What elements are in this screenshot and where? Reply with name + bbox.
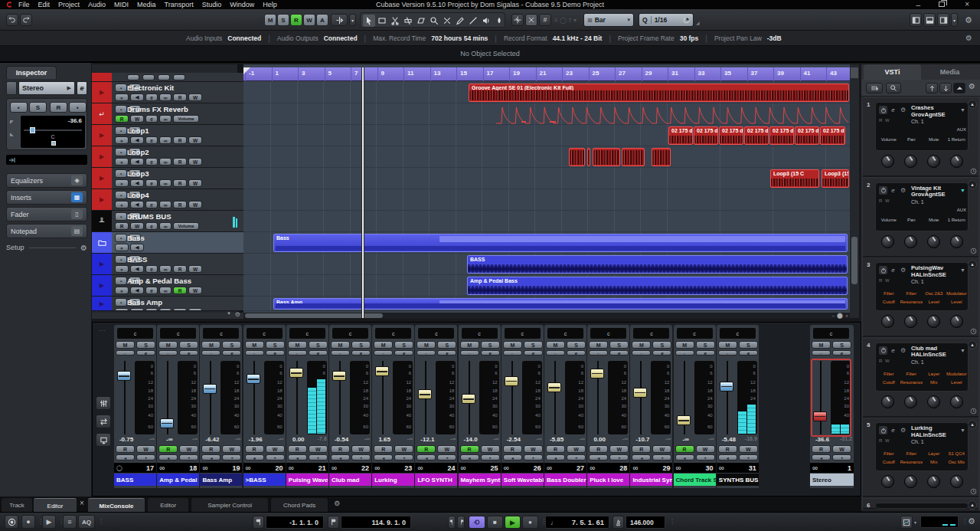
track-mute-button[interactable]: ▪ bbox=[115, 234, 127, 242]
clip-amp-pedal-bass[interactable]: Amp & Pedal Bass bbox=[467, 277, 848, 295]
clip-audio-part[interactable] bbox=[652, 148, 671, 166]
track-button[interactable] bbox=[127, 74, 139, 80]
track-button[interactable] bbox=[173, 74, 185, 80]
channel-write-button[interactable]: W bbox=[266, 445, 285, 453]
track-record-button[interactable]: ● bbox=[115, 158, 129, 166]
channel-monitor-button[interactable]: ◂ bbox=[546, 454, 565, 461]
volume-down-icon[interactable]: ◣ bbox=[10, 131, 14, 136]
channel-edit-button[interactable]: e bbox=[524, 350, 543, 356]
channel-write-button[interactable]: W bbox=[832, 445, 851, 453]
layout-zone-left-button[interactable] bbox=[910, 13, 922, 27]
channel-listen-button[interactable]: ⌐ bbox=[158, 350, 178, 356]
channel-listen-button[interactable]: ⌐ bbox=[718, 350, 737, 356]
channel-record-button[interactable]: ● bbox=[394, 454, 413, 461]
grid-type-button[interactable]: # bbox=[539, 14, 551, 26]
instrument-power-button[interactable] bbox=[879, 266, 887, 274]
channel-monitor-button[interactable]: ◂ bbox=[158, 454, 178, 461]
track-row-drums-bus[interactable]: ╨▪SRWe∞VolumeDRUMS BUS bbox=[92, 211, 243, 232]
track-e-button[interactable]: e bbox=[145, 115, 158, 123]
vertical-scrollbar[interactable] bbox=[850, 64, 859, 318]
clip-audio-part[interactable] bbox=[569, 148, 585, 166]
channel-mute-button[interactable]: M bbox=[158, 341, 178, 349]
channel-select-dropdown[interactable]: Stereo ▶ bbox=[18, 81, 75, 95]
automation-m-button[interactable]: M bbox=[264, 14, 276, 26]
vsti-slot-2[interactable]: 2▲e⚙Vintage KitGrovAgntSECh. 1▼R WAUXVol… bbox=[863, 179, 978, 257]
channel-listen-button[interactable]: ⌐ bbox=[201, 350, 220, 356]
quick-control-knob[interactable] bbox=[927, 475, 940, 488]
quantize-dropdown[interactable]: Q1/16 bbox=[639, 13, 694, 27]
track-row-partial[interactable] bbox=[92, 73, 243, 82]
track-mute-button[interactable]: ▪ bbox=[115, 255, 127, 264]
channel-name[interactable]: Pulsing Wave bbox=[286, 474, 328, 486]
channel-solo-button[interactable]: S bbox=[832, 341, 851, 349]
channel-edit-button[interactable]: e bbox=[652, 350, 671, 356]
channel-solo-button[interactable]: S bbox=[609, 341, 629, 349]
channel-read-button[interactable]: R bbox=[331, 445, 350, 453]
channel-solo-button[interactable]: S bbox=[481, 341, 500, 349]
close-zone-icon[interactable]: × bbox=[78, 499, 86, 510]
track-w-button[interactable]: W bbox=[130, 222, 144, 230]
track-mute-button[interactable]: ▪ bbox=[115, 298, 127, 306]
channel-name[interactable]: >BASS bbox=[243, 474, 286, 486]
pan-control[interactable]: c bbox=[247, 328, 283, 339]
track-r-button[interactable]: R bbox=[173, 201, 187, 208]
track-w-button[interactable]: W bbox=[188, 265, 202, 273]
fader-handle[interactable] bbox=[247, 374, 260, 384]
clip-bass-amp[interactable]: Bass Amp bbox=[273, 298, 848, 310]
channel-read-button[interactable]: R bbox=[675, 445, 694, 453]
track-ins-button[interactable]: ∞ bbox=[159, 201, 172, 208]
track-row-bass[interactable]: ▶▪S●◀e∞RWBASS bbox=[92, 254, 243, 275]
instrument-edit-button[interactable]: e bbox=[889, 346, 897, 355]
fader-handle[interactable] bbox=[590, 369, 604, 379]
channel-name[interactable]: SYNTHS BUS bbox=[717, 474, 759, 486]
channel-monitor-button[interactable]: ◂ bbox=[503, 454, 522, 461]
channel-mute-button[interactable]: M bbox=[589, 341, 608, 349]
track-row-loop3[interactable]: ▶▪S●◀e∞RWLoop3 bbox=[92, 168, 243, 189]
redo-button[interactable] bbox=[20, 14, 32, 26]
slot-collapse-button[interactable]: ▲ bbox=[968, 340, 977, 349]
mixer-channel-21[interactable]: cMS⌐e061218243040600.00-7.6RW◂●∞21Pulsin… bbox=[286, 325, 328, 488]
channel-listen-button[interactable]: ⌐ bbox=[288, 350, 307, 356]
lower-zone-tab-editor[interactable]: Editor bbox=[148, 498, 188, 512]
channel-solo-button[interactable]: S bbox=[696, 341, 715, 349]
lower-zone-tab-mixconsole[interactable]: MixConsole bbox=[88, 498, 145, 513]
channel-edit-button[interactable]: e bbox=[609, 350, 629, 356]
color-tool[interactable] bbox=[493, 15, 505, 27]
snap-on-off-button[interactable] bbox=[525, 14, 537, 26]
channel-write-button[interactable]: W bbox=[524, 445, 543, 453]
channel-name[interactable]: Amp & Pedal | bbox=[157, 474, 199, 486]
track-record-button[interactable]: ● bbox=[115, 136, 129, 144]
mixer-mixer-routing-button[interactable] bbox=[96, 415, 111, 428]
track-button[interactable] bbox=[158, 74, 170, 80]
channel-record-button[interactable]: ● bbox=[609, 454, 629, 461]
track-mute-button[interactable]: ▪ bbox=[115, 126, 127, 135]
channel-listen-button[interactable]: ⌐ bbox=[503, 350, 522, 356]
find-instrument-button[interactable] bbox=[886, 83, 901, 93]
horizontal-scrollbar[interactable]: −⬤+ bbox=[243, 313, 850, 319]
channel-record-button[interactable]: ● bbox=[832, 454, 851, 461]
track-r-button[interactable]: R bbox=[173, 308, 187, 311]
mixer-channel-20[interactable]: cMS⌐e06121824304060-1.96-∞RW◂●∞20>BASS bbox=[243, 325, 286, 488]
record-mode-button[interactable]: ● bbox=[21, 515, 35, 529]
automation-w-button[interactable]: W bbox=[303, 14, 315, 26]
pan-control[interactable]: c bbox=[677, 328, 713, 339]
channel-record-button[interactable]: ● bbox=[351, 454, 371, 461]
pan-control[interactable]: c bbox=[720, 328, 756, 339]
track-mute-button[interactable]: ▪ bbox=[115, 212, 127, 221]
slot-collapse-button[interactable]: ▲ bbox=[968, 260, 977, 269]
tracklist-collapse-icon[interactable]: ▼ bbox=[227, 311, 231, 316]
channel-name[interactable]: Soft Wavetabl bbox=[501, 474, 544, 486]
track-ins-button[interactable]: ∞ bbox=[159, 308, 172, 311]
channel-edit-button[interactable]: e bbox=[696, 350, 715, 356]
quick-control-knob[interactable] bbox=[904, 395, 917, 408]
menu-midi[interactable]: MIDI bbox=[114, 1, 129, 8]
instrument-settings-icon[interactable]: ⚙ bbox=[899, 266, 907, 274]
output-routing-bar[interactable] bbox=[6, 155, 87, 165]
mixer-channel-29[interactable]: cMS⌐e06121824304060-10.7-∞RW◂●∞29Industr… bbox=[630, 325, 672, 488]
channel-record-button[interactable]: ● bbox=[266, 454, 285, 461]
track-record-button[interactable]: ● bbox=[115, 244, 129, 251]
track-row-loop1[interactable]: ▶▪S●◀e∞RWLoop1 bbox=[92, 125, 243, 146]
channel-monitor-button[interactable]: ◂ bbox=[245, 454, 264, 461]
track-e-button[interactable]: e bbox=[145, 93, 158, 101]
arrange-track-lane[interactable] bbox=[243, 168, 850, 189]
